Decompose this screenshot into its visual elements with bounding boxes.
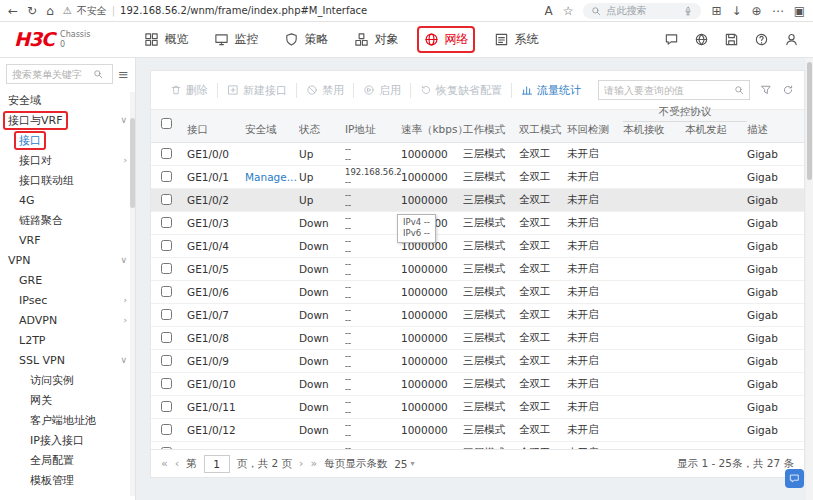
query-search-box[interactable] — [598, 80, 750, 100]
sidebar-item-template-management[interactable]: 模板管理 — [0, 470, 135, 490]
search-icon[interactable] — [734, 85, 744, 95]
row-checkbox[interactable] — [161, 309, 172, 320]
sidebar-item-ssl-vpn[interactable]: SSL VPN∨ — [0, 350, 135, 370]
sidebar-item-interface-pair[interactable]: 接口对› — [0, 150, 135, 170]
nav-item-overview[interactable]: 概览 — [144, 31, 188, 48]
column-description[interactable]: 描述 — [747, 110, 805, 142]
next-page-button[interactable]: › — [299, 457, 303, 470]
column-security-zone[interactable]: 安全域 — [245, 110, 299, 142]
row-checkbox[interactable] — [161, 332, 172, 343]
sidebar-scrollbar[interactable] — [130, 92, 135, 496]
chat-icon[interactable] — [664, 32, 679, 47]
row-checkbox[interactable] — [161, 148, 172, 159]
sidebar-item-interface-linkage-group[interactable]: 接口联动组 — [0, 170, 135, 190]
address-bar[interactable]: ⚠ 不安全 | 192.168.56.2/wnm/frame/index.php… — [63, 4, 368, 18]
table-row[interactable]: GE1/0/1Manage...Up192.168.56.2,--1000000… — [151, 166, 804, 189]
back-icon[interactable]: ← — [8, 5, 18, 17]
favorite-star-icon[interactable]: ☆ — [563, 5, 574, 17]
row-checkbox[interactable] — [161, 263, 172, 274]
page-scrollbar[interactable] — [806, 58, 813, 500]
save-icon[interactable] — [724, 32, 739, 47]
table-row[interactable]: GE1/0/13Down----1000000三层模式全双工未开启Gigab — [151, 442, 804, 449]
prev-page-button[interactable]: ‹ — [175, 457, 179, 470]
nav-item-policy[interactable]: 策略 — [284, 31, 328, 48]
menu-collapse-icon[interactable]: ≡ — [118, 67, 129, 82]
nav-item-objects[interactable]: 对象 — [354, 31, 398, 48]
table-row[interactable]: GE1/0/6Down----1000000三层模式全双工未开启Gigab — [151, 281, 804, 304]
reader-mode-icon[interactable]: A — [544, 5, 552, 17]
new-interface-button[interactable]: 新建接口 — [217, 83, 296, 98]
row-checkbox[interactable] — [161, 286, 172, 297]
table-row[interactable]: GE1/0/3Down----1000000三层模式全双工未开启Gigab — [151, 212, 804, 235]
sidebar-item-4g[interactable]: 4G — [0, 190, 135, 210]
table-row[interactable]: GE1/0/10Down----1000000三层模式全双工未开启Gigab — [151, 373, 804, 396]
user-icon[interactable] — [784, 32, 799, 47]
table-row[interactable]: GE1/0/8Down----1000000三层模式全双工未开启Gigab — [151, 327, 804, 350]
last-page-button[interactable]: » — [310, 457, 317, 470]
row-checkbox[interactable] — [161, 355, 172, 366]
column-local-initiate[interactable]: 本机发起 — [685, 122, 747, 142]
sidebar-item-ipsec[interactable]: IPsec› — [0, 290, 135, 310]
download-icon[interactable]: ↓ — [732, 5, 742, 17]
first-page-button[interactable]: « — [161, 457, 168, 470]
extensions-icon[interactable]: ⊕ — [752, 5, 762, 17]
row-checkbox[interactable] — [161, 240, 172, 251]
side-panel-icon[interactable]: ▣ — [794, 5, 805, 17]
filter-icon[interactable] — [760, 84, 772, 96]
row-checkbox[interactable] — [161, 194, 172, 205]
refresh-table-icon[interactable] — [782, 84, 794, 96]
sidebar-item-interface-vrf[interactable]: 接口与VRF∨ — [0, 110, 135, 130]
delete-button[interactable]: 删除 — [161, 83, 217, 98]
nav-item-system[interactable]: 系统 — [494, 31, 538, 48]
sidebar-search-input[interactable] — [12, 69, 90, 80]
column-status[interactable]: 状态 — [299, 110, 345, 142]
sidebar-item-gateway[interactable]: 网关 — [0, 390, 135, 410]
nav-item-network[interactable]: 网络 — [424, 31, 468, 48]
sidebar-item-global-config[interactable]: 全局配置 — [0, 450, 135, 470]
row-checkbox[interactable] — [161, 424, 172, 435]
sidebar-search-box[interactable] — [6, 64, 113, 84]
sidebar-item-interface[interactable]: 接口 — [0, 130, 135, 150]
enable-button[interactable]: 启用 — [353, 83, 410, 98]
feedback-float-button[interactable] — [785, 469, 804, 488]
sidebar-item-l2tp[interactable]: L2TP — [0, 330, 135, 350]
traffic-stats-button[interactable]: 流量统计 — [511, 83, 590, 98]
select-all-checkbox[interactable] — [161, 118, 172, 129]
table-row[interactable]: GE1/0/0Up----1000000三层模式全双工未开启Gigab — [151, 143, 804, 166]
sidebar-item-vpn[interactable]: VPN∨ — [0, 250, 135, 270]
microphone-icon[interactable] — [683, 6, 693, 16]
sidebar-item-vrf[interactable]: VRF — [0, 230, 135, 250]
globe-icon[interactable] — [694, 32, 709, 47]
table-row[interactable]: GE1/0/2Up----1000000三层模式全双工未开启Gigab — [151, 189, 804, 212]
table-row[interactable]: GE1/0/5Down----1000000三层模式全双工未开启Gigab — [151, 258, 804, 281]
sidebar-item-advpn[interactable]: ADVPN› — [0, 310, 135, 330]
disable-button[interactable]: 禁用 — [296, 83, 353, 98]
table-row[interactable]: GE1/0/9Down----1000000三层模式全双工未开启Gigab — [151, 350, 804, 373]
security-zone-link[interactable]: Manage... — [245, 171, 297, 183]
split-screen-icon[interactable]: ⊞ — [711, 5, 721, 17]
row-checkbox[interactable] — [161, 217, 172, 228]
refresh-icon[interactable]: ↻ — [27, 5, 37, 17]
page-number-input[interactable] — [204, 455, 230, 473]
restore-default-button[interactable]: 恢复缺省配置 — [410, 83, 511, 98]
column-speed[interactable]: 速率（kbps） — [401, 110, 463, 142]
row-checkbox[interactable] — [161, 447, 172, 450]
column-ip-address[interactable]: IP地址 — [345, 110, 401, 142]
table-row[interactable]: GE1/0/4Down----1000000三层模式全双工未开启Gigab — [151, 235, 804, 258]
nav-item-monitor[interactable]: 监控 — [214, 31, 258, 48]
query-search-input[interactable] — [604, 85, 731, 96]
column-interface[interactable]: 接口 — [187, 110, 245, 142]
per-page-select[interactable]: 25 ▾ — [394, 458, 414, 470]
sidebar-item-link-aggregation[interactable]: 链路聚合 — [0, 210, 135, 230]
sidebar-scrollbar-thumb[interactable] — [130, 118, 135, 208]
column-duplex-mode[interactable]: 双工模式 — [519, 110, 567, 142]
sidebar-item-gre[interactable]: GRE — [0, 270, 135, 290]
more-icon[interactable]: ⋯ — [772, 5, 784, 17]
row-checkbox[interactable] — [161, 401, 172, 412]
row-checkbox[interactable] — [161, 378, 172, 389]
column-local-receive[interactable]: 本机接收 — [623, 122, 685, 142]
table-row[interactable]: GE1/0/12Down----1000000三层模式全双工未开启Gigab — [151, 419, 804, 442]
row-checkbox[interactable] — [161, 171, 172, 182]
sidebar-item-ip-access-interface[interactable]: IP接入接口 — [0, 430, 135, 450]
browser-search-box[interactable]: 点此搜索 — [583, 3, 701, 19]
